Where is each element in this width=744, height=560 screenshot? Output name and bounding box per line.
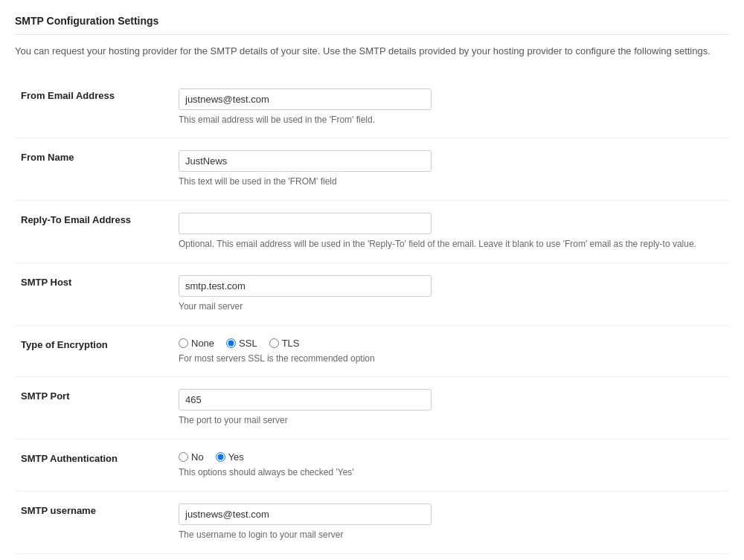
reply-to-hint: Optional. This email address will be use… xyxy=(179,238,723,251)
smtp-password-label: SMTP Password xyxy=(15,553,164,560)
smtp-username-label: SMTP username xyxy=(15,492,164,554)
encryption-ssl-item: SSL xyxy=(226,338,257,349)
from-name-hint: This text will be used in the 'FROM' fie… xyxy=(179,176,723,188)
smtp-auth-radio-group: No Yes xyxy=(179,451,723,463)
smtp-host-input[interactable] xyxy=(179,275,432,297)
smtp-host-cell: Your mail server xyxy=(164,263,729,325)
from-email-row: From Email Address This email address wi… xyxy=(15,77,729,138)
from-name-label: From Name xyxy=(15,138,164,201)
smtp-port-input[interactable] xyxy=(179,389,432,411)
smtp-host-label: SMTP Host xyxy=(15,263,164,325)
reply-to-label: Reply-To Email Address xyxy=(15,201,164,263)
page-description: You can request your hosting provider fo… xyxy=(15,44,729,59)
smtp-password-cell: The password to login to your mail serve… xyxy=(164,553,729,560)
smtp-auth-label: SMTP Authentication xyxy=(15,440,164,492)
smtp-auth-yes-item: Yes xyxy=(216,451,244,463)
from-email-cell: This email address will be used in the '… xyxy=(164,77,729,138)
encryption-tls-item: TLS xyxy=(269,338,300,349)
smtp-auth-no-label[interactable]: No xyxy=(191,451,204,463)
smtp-username-hint: The username to login to your mail serve… xyxy=(179,529,723,541)
reply-to-cell: Optional. This email address will be use… xyxy=(164,201,729,263)
encryption-ssl-label[interactable]: SSL xyxy=(239,338,257,349)
smtp-port-hint: The port to your mail server xyxy=(179,414,723,427)
encryption-none-radio[interactable] xyxy=(179,338,188,348)
smtp-port-label: SMTP Port xyxy=(15,377,164,440)
smtp-auth-row: SMTP Authentication No Yes This options … xyxy=(15,440,729,492)
encryption-row: Type of Encryption None SSL TLS xyxy=(15,325,729,377)
page-title: SMTP Configuration Settings xyxy=(15,15,729,35)
smtp-host-row: SMTP Host Your mail server xyxy=(15,263,729,325)
smtp-auth-cell: No Yes This options should always be che… xyxy=(164,440,729,492)
encryption-ssl-radio[interactable] xyxy=(226,338,236,348)
smtp-settings-form: From Email Address This email address wi… xyxy=(15,77,729,561)
smtp-username-input[interactable] xyxy=(179,503,432,525)
smtp-port-cell: The port to your mail server xyxy=(164,377,729,440)
encryption-tls-label[interactable]: TLS xyxy=(282,338,300,349)
smtp-username-row: SMTP username The username to login to y… xyxy=(15,492,729,554)
reply-to-input[interactable] xyxy=(179,213,432,234)
smtp-password-row: SMTP Password The password to login to y… xyxy=(15,553,729,560)
smtp-auth-no-radio[interactable] xyxy=(179,452,188,462)
reply-to-row: Reply-To Email Address Optional. This em… xyxy=(15,201,729,263)
from-email-hint: This email address will be used in the '… xyxy=(179,114,723,126)
encryption-label: Type of Encryption xyxy=(15,325,164,377)
smtp-username-cell: The username to login to your mail serve… xyxy=(164,492,729,554)
from-name-input[interactable] xyxy=(179,150,432,172)
from-name-row: From Name This text will be used in the … xyxy=(15,138,729,201)
smtp-host-hint: Your mail server xyxy=(179,300,723,313)
encryption-tls-radio[interactable] xyxy=(269,338,279,348)
encryption-radio-group: None SSL TLS xyxy=(179,338,723,349)
smtp-auth-no-item: No xyxy=(179,451,204,463)
encryption-none-label[interactable]: None xyxy=(191,338,214,349)
smtp-auth-yes-radio[interactable] xyxy=(216,452,225,462)
encryption-none-item: None xyxy=(179,338,214,349)
from-name-cell: This text will be used in the 'FROM' fie… xyxy=(164,138,729,201)
smtp-auth-hint: This options should always be checked 'Y… xyxy=(179,466,723,479)
smtp-auth-yes-label[interactable]: Yes xyxy=(228,451,244,463)
encryption-cell: None SSL TLS For most servers SSL is the… xyxy=(164,325,729,377)
encryption-hint: For most servers SSL is the recommended … xyxy=(179,353,723,365)
smtp-port-row: SMTP Port The port to your mail server xyxy=(15,377,729,440)
from-email-label: From Email Address xyxy=(15,77,164,138)
from-email-input[interactable] xyxy=(179,88,432,110)
